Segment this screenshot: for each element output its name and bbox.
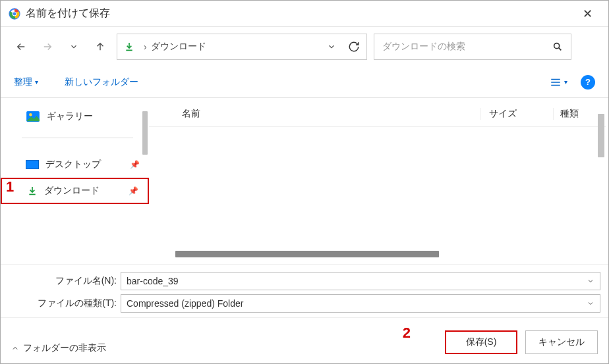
chevron-down-icon[interactable] (327, 42, 336, 51)
cancel-button[interactable]: キャンセル (525, 330, 598, 354)
pin-icon[interactable]: 📌 (129, 186, 138, 195)
main-area: ギャラリー 1 デスクトップ 📌 ダウンロード 📌 名前 サイズ 種類 (1, 98, 608, 264)
sidebar-item-label: ギャラリー (47, 111, 93, 122)
file-list[interactable] (149, 127, 606, 261)
sidebar-item-label: デスクトップ (45, 159, 101, 170)
footer: フォルダーの非表示 2 保存(S) キャンセル (1, 317, 608, 363)
dropdown-icon: ▾ (564, 78, 567, 86)
col-size[interactable]: サイズ (480, 108, 553, 120)
path-box[interactable]: › ダウンロード (117, 34, 367, 60)
new-folder-button[interactable]: 新しいフォルダー (65, 76, 138, 88)
help-button[interactable]: ? (581, 75, 595, 90)
sidebar-item-label: ダウンロード (44, 185, 100, 197)
close-button[interactable]: ✕ (574, 7, 600, 21)
file-scrollbar-vertical[interactable] (598, 114, 604, 157)
chevron-down-icon[interactable] (587, 299, 594, 307)
col-type[interactable]: 種類 (553, 108, 599, 120)
organize-button[interactable]: 整理 ▾ (14, 76, 38, 88)
filename-label: ファイル名(N): (1, 275, 117, 287)
toolbar: 整理 ▾ 新しいフォルダー ▾ ? (1, 66, 608, 98)
file-pane: 名前 サイズ 種類 (149, 101, 606, 261)
pin-icon[interactable]: 📌 (130, 160, 140, 169)
refresh-button[interactable] (348, 41, 360, 53)
filetype-value: Compressed (zipped) Folder (127, 298, 587, 309)
view-button[interactable]: ▾ (550, 78, 567, 87)
search-placeholder: ダウンロードの検索 (382, 41, 552, 53)
sidebar-item-downloads[interactable]: ダウンロード 📌 (1, 178, 149, 204)
save-button[interactable]: 保存(S) (445, 330, 517, 354)
nav-row: › ダウンロード ダウンロードの検索 (1, 27, 608, 66)
chrome-icon (9, 8, 20, 20)
download-icon (27, 186, 38, 196)
titlebar: 名前を付けて保存 ✕ (1, 1, 608, 27)
up-button[interactable] (90, 37, 110, 57)
form-area: ファイル名(N): bar-code_39 ファイルの種類(T): Compre… (1, 264, 608, 317)
file-scrollbar-horizontal[interactable] (175, 251, 439, 257)
chevron-down-icon[interactable] (587, 277, 594, 285)
download-icon (124, 41, 134, 52)
sidebar-item-gallery[interactable]: ギャラリー (1, 103, 149, 130)
recent-button[interactable] (64, 37, 84, 57)
gallery-icon (26, 111, 40, 122)
svg-point-3 (13, 12, 16, 15)
sidebar: ギャラリー 1 デスクトップ 📌 ダウンロード 📌 (1, 98, 149, 264)
window-title: 名前を付けて保存 (26, 7, 574, 20)
svg-point-4 (554, 43, 560, 49)
dropdown-icon: ▾ (35, 78, 38, 86)
chevron-up-icon (11, 344, 19, 352)
breadcrumb-current: ダウンロード (151, 41, 327, 53)
hide-folders-button[interactable]: フォルダーの非表示 (11, 342, 106, 354)
filetype-field[interactable]: Compressed (zipped) Folder (121, 294, 600, 313)
annotation-2: 2 (403, 325, 411, 342)
back-button[interactable] (11, 37, 31, 57)
svg-point-6 (29, 113, 32, 117)
filename-field[interactable]: bar-code_39 (121, 272, 600, 290)
desktop-icon (26, 160, 39, 169)
filename-value: bar-code_39 (127, 276, 587, 286)
forward-button[interactable] (38, 37, 57, 57)
breadcrumb-separator: › (144, 41, 147, 52)
col-name[interactable]: 名前 (156, 108, 480, 120)
search-input[interactable]: ダウンロードの検索 (374, 34, 571, 60)
sidebar-item-desktop[interactable]: デスクトップ 📌 (1, 151, 149, 178)
column-headers: 名前 サイズ 種類 (149, 101, 606, 127)
filetype-label: ファイルの種類(T): (1, 298, 117, 309)
search-icon[interactable] (552, 41, 563, 52)
sidebar-divider (22, 138, 133, 138)
